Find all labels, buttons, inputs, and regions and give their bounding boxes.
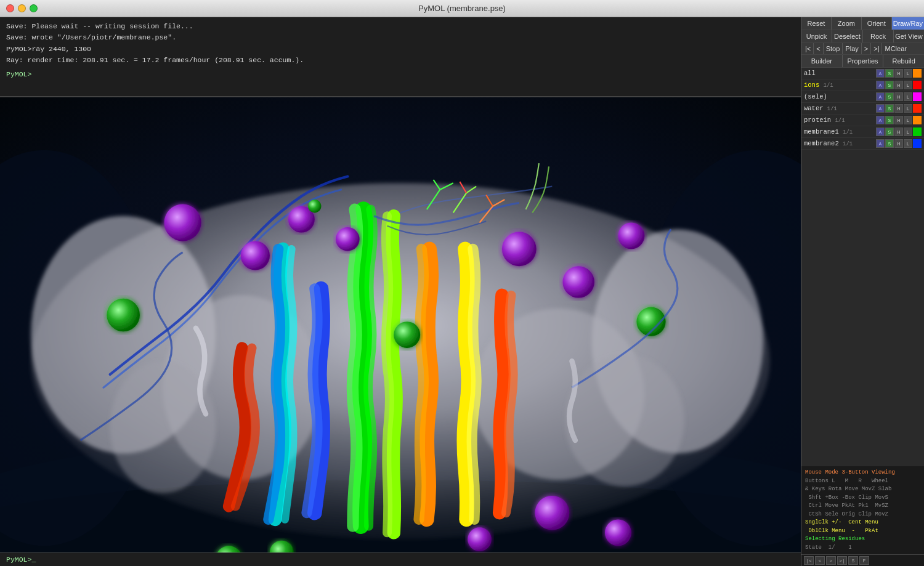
stop-button[interactable]: Stop [824, 43, 843, 54]
obj-sele-btn-h[interactable]: H [894, 92, 903, 101]
obj-mem1-btn-h[interactable]: H [894, 127, 903, 136]
svg-point-20 [241, 241, 270, 270]
obj-sele-color[interactable] [913, 92, 922, 101]
properties-button[interactable]: Properties [843, 55, 884, 67]
state-rewind[interactable]: |< [804, 556, 814, 565]
svg-point-22 [336, 227, 360, 251]
minimize-button[interactable] [18, 4, 26, 12]
svg-point-29 [107, 299, 140, 332]
obj-sele-btn-s[interactable]: S [885, 92, 894, 101]
obj-all-btn-a[interactable]: A [876, 69, 885, 78]
obj-water-btn-s[interactable]: S [885, 104, 894, 113]
obj-water-color[interactable] [913, 104, 922, 113]
console-line-2: Save: wrote "/Users/piotr/membrane.pse". [6, 32, 795, 43]
object-membrane1-name: membrane1 1/1 [804, 128, 876, 135]
object-sele-name: (sele) [804, 93, 876, 100]
object-water[interactable]: water 1/1 A S H L [801, 103, 924, 115]
obj-sele-btn-a[interactable]: A [876, 92, 885, 101]
obj-all-btn-l[interactable]: L [904, 69, 912, 78]
bottom-prompt[interactable]: PyMOL>_ [0, 552, 801, 566]
obj-mem1-btn-l[interactable]: L [904, 127, 912, 136]
state-back[interactable]: < [815, 556, 825, 565]
molecular-view [0, 97, 801, 552]
zoom-button[interactable]: Zoom [832, 17, 862, 30]
rebuild-button[interactable]: Rebuild [883, 55, 924, 67]
object-membrane2[interactable]: membrane2 1/1 A S H L [801, 138, 924, 150]
mouse-keys-rota: & Keys Rota Move MovZ Slab [805, 485, 920, 494]
obj-protein-btn-l[interactable]: L [904, 116, 912, 124]
object-all[interactable]: all A S H L [801, 68, 924, 79]
obj-ions-color[interactable] [913, 81, 922, 89]
unpick-button[interactable]: Unpick [801, 30, 832, 42]
rewind-button[interactable]: |< [803, 43, 814, 54]
obj-protein-btn-a[interactable]: A [876, 116, 885, 124]
svg-point-25 [618, 222, 644, 249]
obj-mem2-btn-a[interactable]: A [876, 139, 885, 148]
play-button[interactable]: Play [843, 43, 861, 54]
state-f[interactable]: F [859, 556, 869, 565]
state-forward[interactable]: > [826, 556, 836, 565]
obj-mem2-color[interactable] [913, 139, 922, 148]
console-line-3: PyMOL>ray 2440, 1300 [6, 44, 795, 55]
mclear-button[interactable]: MClear [882, 43, 909, 54]
obj-ions-btn-s[interactable]: S [885, 81, 894, 89]
console-line-1: Save: Please wait -- writing session fil… [6, 21, 795, 32]
bottom-prompt-text: PyMOL>_ [6, 556, 36, 564]
obj-mem1-color[interactable] [913, 127, 922, 136]
object-ions-name: ions 1/1 [804, 81, 876, 89]
forward-button[interactable]: > [862, 43, 871, 54]
left-area: Save: Please wait -- writing session fil… [0, 17, 801, 566]
back-button[interactable]: < [814, 43, 823, 54]
rock-button[interactable]: Rock [863, 30, 894, 42]
obj-mem2-btn-l[interactable]: L [904, 139, 912, 148]
obj-protein-btn-h[interactable]: H [894, 116, 903, 124]
obj-protein-btn-s[interactable]: S [885, 116, 894, 124]
object-membrane2-name: membrane2 1/1 [804, 140, 876, 147]
obj-ions-btn-h[interactable]: H [894, 81, 903, 89]
obj-ions-btn-l[interactable]: L [904, 81, 912, 89]
window-title: PyMOL (membrane.pse) [418, 4, 506, 13]
obj-protein-color[interactable] [913, 116, 922, 124]
object-water-buttons: A S H L [876, 104, 922, 113]
maximize-button[interactable] [30, 4, 38, 12]
orient-button[interactable]: Orient [862, 17, 892, 30]
obj-sele-btn-l[interactable]: L [904, 92, 912, 101]
object-membrane1[interactable]: membrane1 1/1 A S H L [801, 126, 924, 138]
state-s[interactable]: S [848, 556, 858, 565]
deselect-button[interactable]: Deselect [832, 30, 863, 42]
end-button[interactable]: >| [871, 43, 882, 54]
obj-mem1-btn-s[interactable]: S [885, 127, 894, 136]
state-end[interactable]: >| [837, 556, 847, 565]
object-sele-buttons: A S H L [876, 92, 922, 101]
object-protein[interactable]: protein 1/1 A S H L [801, 115, 924, 126]
mouse-info: Mouse Mode 3-Button Viewing Buttons L M … [801, 466, 924, 554]
close-button[interactable] [6, 4, 14, 12]
mouse-keys-ctsh: CtSh Sele Orig Clip MovZ [805, 511, 920, 519]
reset-button[interactable]: Reset [801, 17, 832, 30]
window-controls[interactable] [6, 4, 38, 12]
obj-water-btn-l[interactable]: L [904, 104, 912, 113]
object-sele[interactable]: (sele) A S H L [801, 91, 924, 103]
drawray-button[interactable]: Draw/Ray [892, 17, 924, 30]
obj-ions-btn-a[interactable]: A [876, 81, 885, 89]
getview-button[interactable]: Get View [894, 30, 924, 42]
builder-button[interactable]: Builder [801, 55, 843, 67]
obj-water-btn-a[interactable]: A [876, 104, 885, 113]
toolbar-row-4: Builder Properties Rebuild [801, 55, 924, 68]
obj-mem1-btn-a[interactable]: A [876, 127, 885, 136]
right-panel: Reset Zoom Orient Draw/Ray Unpick Desele… [801, 17, 924, 566]
obj-all-color[interactable] [913, 69, 922, 78]
object-water-name: water 1/1 [804, 105, 876, 112]
obj-mem2-btn-s[interactable]: S [885, 139, 894, 148]
svg-point-23 [502, 232, 537, 266]
obj-water-btn-h[interactable]: H [894, 104, 903, 113]
obj-all-btn-h[interactable]: H [894, 69, 903, 78]
object-ions[interactable]: ions 1/1 A S H L [801, 79, 924, 91]
mouse-snglclk: SnglClk +/- Cent Menu [805, 519, 920, 527]
obj-mem2-btn-h[interactable]: H [894, 139, 903, 148]
console-prompt[interactable]: PyMOL> [6, 70, 795, 78]
svg-point-26 [535, 496, 569, 530]
viewport[interactable] [0, 97, 801, 552]
svg-point-28 [468, 527, 492, 551]
obj-all-btn-s[interactable]: S [885, 69, 894, 78]
